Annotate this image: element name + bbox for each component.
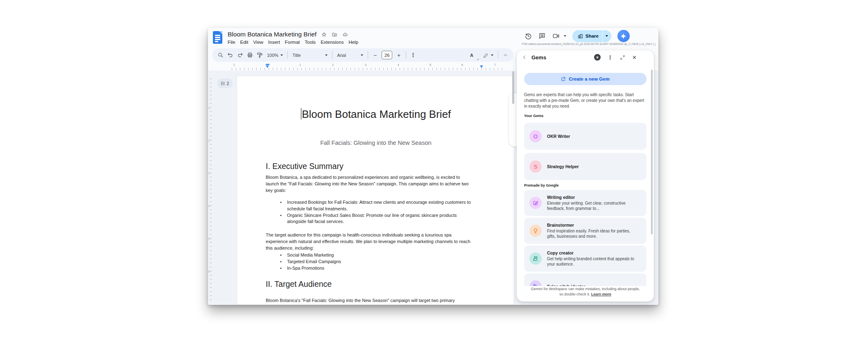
paint-format-button[interactable]	[255, 50, 264, 61]
heading-target-audience[interactable]: II. Target Audience	[266, 279, 332, 289]
document-scrollbar[interactable]	[512, 71, 514, 104]
list-item[interactable]: Targeted Email Campaigns	[287, 259, 475, 265]
comment-icon	[538, 32, 546, 40]
document-scroll-icon	[529, 252, 542, 265]
paint-roller-icon	[257, 52, 263, 58]
print-button[interactable]	[245, 50, 255, 61]
your-gems-label: Your Gems	[524, 114, 543, 118]
zoom-select[interactable]: 100%	[264, 50, 285, 61]
bulleted-list-icon	[221, 81, 226, 86]
menu-edit[interactable]: Edit	[238, 39, 251, 45]
star-icon[interactable]	[321, 32, 327, 37]
list-item[interactable]: Organic Skincare Product Sales Boost: Pr…	[287, 212, 475, 225]
menu-view[interactable]: View	[251, 39, 266, 45]
font-size-input[interactable]: 26	[382, 51, 392, 59]
document-tabs-button[interactable]: 2	[217, 79, 233, 88]
gem-avatar: S	[529, 160, 542, 173]
writing-editor-icon	[529, 197, 542, 209]
ruler-ticks	[232, 68, 504, 70]
list-item[interactable]: In-Spa Promotions	[287, 265, 475, 272]
vertical-ruler	[210, 79, 212, 302]
heading-executive-summary[interactable]: I. Executive Summary	[266, 162, 344, 171]
share-label: Share	[585, 34, 599, 38]
doc-subtitle[interactable]: Fall Facials: Glowing into the New Seaso…	[237, 140, 515, 146]
share-button[interactable]: Share	[572, 30, 611, 42]
premade-by-google-label: Premade by Google	[524, 183, 559, 187]
document-title[interactable]: Bloom Botanica Marketing Brief	[228, 31, 316, 38]
pen-icon	[483, 52, 489, 58]
more-options-icon[interactable]: ⋮	[608, 55, 613, 60]
gemini-disclaimer: Gemini for Workspace can make mistakes, …	[517, 286, 654, 297]
right-indent-marker[interactable]	[480, 65, 483, 68]
goal-bullet-list[interactable]: Increased Bookings for Fall Facials: Att…	[287, 199, 475, 225]
document-page[interactable]: Bloom Botanica Marketing Brief Fall Faci…	[237, 76, 514, 305]
search-icon	[217, 52, 224, 58]
menu-extensions[interactable]: Extensions	[318, 39, 346, 45]
tab-count-badge: 2	[227, 81, 229, 86]
print-icon	[247, 52, 253, 58]
paragraph-target-audience-intro[interactable]: The target audience for this campaign is…	[266, 232, 474, 251]
history-icon	[524, 32, 532, 40]
editing-mode-select[interactable]	[481, 50, 496, 61]
search-menus-button[interactable]	[215, 50, 225, 61]
version-history-button[interactable]	[524, 32, 532, 40]
learn-more-link[interactable]: Learn more	[591, 292, 611, 296]
menu-insert[interactable]: Insert	[266, 39, 283, 45]
google-docs-window: Bloom Botanica Marketing Brief File Edit…	[208, 28, 658, 305]
create-new-gem-button[interactable]: Create a new Gem	[524, 73, 646, 85]
join-call-button[interactable]	[552, 32, 566, 40]
menu-tools[interactable]: Tools	[302, 39, 318, 45]
move-folder-icon[interactable]	[332, 32, 337, 37]
open-in-new-icon	[561, 77, 566, 81]
gem-avatar: O	[529, 130, 542, 142]
gem-card-copy-creator[interactable]: Copy creator Get help writing branded co…	[524, 246, 646, 272]
redo-button[interactable]	[235, 50, 245, 61]
doc-body-title[interactable]: Bloom Botanica Marketing Brief	[237, 108, 515, 121]
cloud-saved-icon[interactable]	[342, 32, 348, 37]
menu-file[interactable]: File	[225, 39, 238, 45]
google-docs-logo[interactable]	[213, 31, 222, 44]
chevron-left-icon	[522, 54, 527, 60]
list-item[interactable]: Social Media Marketing	[287, 252, 475, 259]
gem-card-brainstormer[interactable]: Brainstormer Find inspiration easily. Fr…	[524, 218, 646, 244]
share-dropdown[interactable]	[603, 35, 611, 37]
paragraph-target-audience[interactable]: Bloom Botanica's "Fall Facials: Glowing …	[266, 297, 474, 304]
gem-card-okr-writer[interactable]: O OKR Writer	[524, 123, 646, 150]
spelling-check-button[interactable]: A✓	[467, 50, 477, 61]
dogfood-paw-icon[interactable]	[594, 54, 601, 61]
expand-panel-icon[interactable]	[620, 55, 625, 60]
gems-side-panel: Gems ⋮ ✕ Create	[517, 50, 654, 302]
undo-icon	[227, 52, 233, 58]
undo-button[interactable]	[225, 50, 235, 61]
menu-bar: File Edit View Insert Format Tools Exten…	[225, 39, 361, 45]
comments-button[interactable]	[538, 32, 546, 40]
gem-card-strategy-helper[interactable]: S Strategy Helper	[524, 153, 646, 180]
call-dropdown-arrow[interactable]	[564, 35, 566, 37]
list-item[interactable]: Increased Bookings for Fall Facials: Att…	[287, 199, 475, 212]
gem-card-sales-pitch-ideator[interactable]: Sales pitch ideator	[524, 273, 646, 286]
close-panel-icon[interactable]: ✕	[632, 55, 637, 60]
left-indent-marker[interactable]	[266, 64, 269, 68]
paragraph-exec-summary[interactable]: Bloom Botanica, a spa dedicated to perso…	[266, 174, 474, 194]
gem-card-writing-editor[interactable]: Writing editor Elevate your writing. Get…	[524, 190, 646, 216]
gems-panel-header: Gems ⋮ ✕	[517, 50, 654, 65]
back-button[interactable]	[522, 54, 527, 60]
menu-format[interactable]: Format	[283, 39, 302, 45]
video-camera-icon	[552, 32, 560, 40]
gemini-button[interactable]	[617, 30, 630, 42]
lightbulb-icon	[529, 225, 542, 237]
font-select[interactable]: Arial	[335, 50, 366, 61]
paragraph-style-select[interactable]: Title	[290, 50, 330, 61]
channel-bullet-list[interactable]: Social Media Marketing Targeted Email Ca…	[287, 252, 475, 271]
gems-panel-body: Create a new Gem Gems are experts that c…	[517, 65, 654, 286]
docs-logo-fold	[219, 31, 222, 34]
more-toolbar-options-button[interactable]: ⋮	[408, 50, 418, 61]
screenshot-canvas: Bloom Botanica Marketing Brief File Edit…	[0, 0, 868, 347]
redo-icon	[237, 52, 243, 58]
hide-menus-button[interactable]	[500, 50, 510, 61]
build-debug-text: POD editors.documents-frontend_20250131.…	[512, 43, 656, 45]
increase-font-size-button[interactable]: +	[394, 50, 404, 61]
menu-help[interactable]: Help	[346, 39, 361, 45]
text-cursor	[301, 108, 302, 119]
decrease-font-size-button[interactable]: −	[370, 50, 380, 61]
